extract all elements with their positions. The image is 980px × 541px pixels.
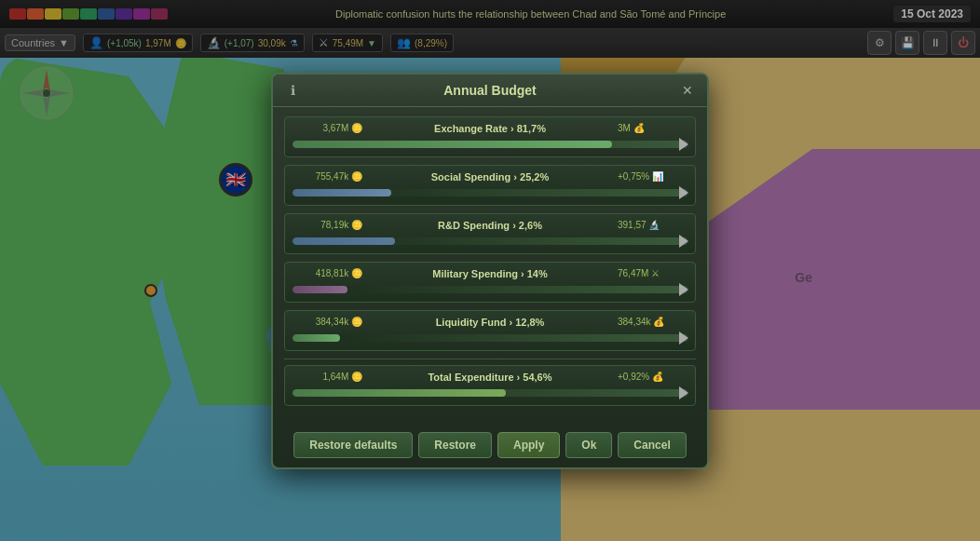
liquidity-fund-row: 384,34k 🪙 Liquidity Fund › 12,8% 384,34k… xyxy=(284,310,696,351)
exchange-rate-row: 3,67M 🪙 Exchange Rate › 81,7% 3M 💰 xyxy=(284,116,696,157)
modal-overlay: ℹ Annual Budget ✕ 3,67M 🪙 Exchange Rate … xyxy=(0,0,980,541)
rd-label: R&D Spending › 2,6% xyxy=(370,220,610,231)
social-left-value: 755,47k 🪙 xyxy=(293,171,362,182)
total-right-value: +0,92% 💰 xyxy=(618,372,687,382)
ok-button[interactable]: Ok xyxy=(565,432,612,458)
rd-slider[interactable] xyxy=(293,235,687,248)
rd-right-value: 391,57 🔬 xyxy=(618,220,687,230)
liquidity-left-value: 384,34k 🪙 xyxy=(293,317,362,327)
modal-footer: Restore defaults Restore Apply Ok Cancel xyxy=(273,423,707,467)
social-right-value: +0,75% 📊 xyxy=(618,171,687,182)
military-spending-row: 418,81k 🪙 Military Spending › 14% 76,47M… xyxy=(284,262,696,303)
exchange-label: Exchange Rate › 81,7% xyxy=(370,123,610,134)
exchange-right-value: 3M 💰 xyxy=(618,123,687,133)
cancel-button[interactable]: Cancel xyxy=(618,432,686,458)
exchange-left-value: 3,67M 🪙 xyxy=(293,123,362,133)
liquidity-right-value: 384,34k 💰 xyxy=(618,317,687,327)
restore-defaults-button[interactable]: Restore defaults xyxy=(293,432,413,458)
rd-left-value: 78,19k 🪙 xyxy=(293,220,362,230)
restore-button[interactable]: Restore xyxy=(418,432,492,458)
liquidity-label: Liquidity Fund › 12,8% xyxy=(370,317,610,328)
military-slider[interactable] xyxy=(293,283,687,296)
social-label: Social Spending › 25,2% xyxy=(370,171,610,183)
apply-button[interactable]: Apply xyxy=(497,432,560,458)
total-slider[interactable] xyxy=(293,386,687,399)
military-left-value: 418,81k 🪙 xyxy=(293,268,362,278)
modal-title: Annual Budget xyxy=(301,83,679,98)
exchange-slider[interactable] xyxy=(293,138,687,151)
modal-header: ℹ Annual Budget ✕ xyxy=(273,74,707,107)
total-expenditure-row: 1,64M 🪙 Total Expenditure › 54,6% +0,92%… xyxy=(284,365,696,406)
info-button[interactable]: ℹ xyxy=(284,82,301,99)
military-label: Military Spending › 14% xyxy=(370,268,610,279)
total-left-value: 1,64M 🪙 xyxy=(293,372,362,382)
budget-separator xyxy=(284,358,696,359)
close-button[interactable]: ✕ xyxy=(679,82,696,99)
modal-body: 3,67M 🪙 Exchange Rate › 81,7% 3M 💰 755,4… xyxy=(273,107,707,423)
rd-spending-row: 78,19k 🪙 R&D Spending › 2,6% 391,57 🔬 xyxy=(284,213,696,254)
liquidity-slider[interactable] xyxy=(293,331,687,345)
total-label: Total Expenditure › 54,6% xyxy=(370,372,610,383)
social-spending-row: 755,47k 🪙 Social Spending › 25,2% +0,75%… xyxy=(284,165,696,206)
annual-budget-modal: ℹ Annual Budget ✕ 3,67M 🪙 Exchange Rate … xyxy=(271,73,709,469)
social-slider[interactable] xyxy=(293,186,687,199)
military-right-value: 76,47M ⚔ xyxy=(618,268,687,278)
